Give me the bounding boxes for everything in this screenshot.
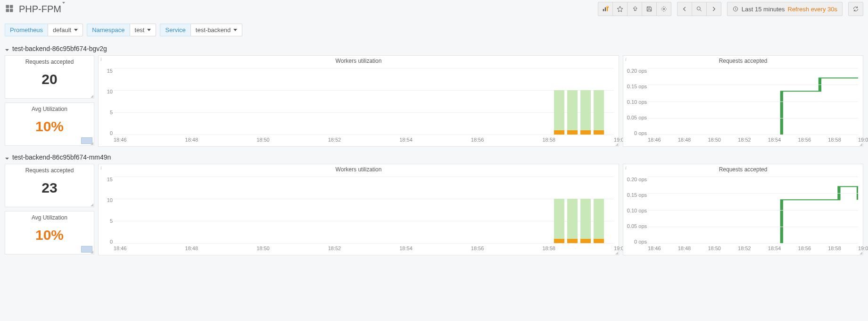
x-axis: 18:4618:4818:5018:5218:5418:5618:5819:00 bbox=[648, 244, 858, 251]
dashboard-title[interactable]: PHP-FPM bbox=[19, 4, 65, 15]
panel-title: Requests accepted bbox=[623, 164, 863, 174]
time-back-button[interactable] bbox=[677, 2, 692, 16]
workers-plot bbox=[114, 68, 614, 135]
svg-rect-0 bbox=[6, 5, 9, 8]
svg-point-11 bbox=[697, 7, 700, 10]
caret-down-icon bbox=[147, 29, 151, 31]
avg-utilization-stat-panel[interactable]: Avg Utilization 10% bbox=[5, 211, 94, 254]
dashboard-menu-icon[interactable] bbox=[5, 4, 14, 15]
requests-accepted-value: 20 bbox=[41, 71, 57, 87]
zoom-out-button[interactable] bbox=[692, 2, 707, 16]
resize-handle-icon[interactable] bbox=[91, 251, 93, 253]
requests-plot bbox=[648, 177, 858, 244]
dashboard-header: PHP-FPM Last 15 minutes Refresh every 30… bbox=[0, 0, 868, 21]
workers-utilization-panel[interactable]: i Workers utilization 151050 18:4618:481… bbox=[98, 55, 619, 147]
resize-handle-icon[interactable] bbox=[860, 252, 862, 254]
info-icon[interactable]: i bbox=[625, 57, 627, 62]
requests-accepted-stat-panel[interactable]: Requests accepted 23 bbox=[5, 164, 94, 207]
workers-utilization-panel[interactable]: i Workers utilization 151050 18:4618:481… bbox=[98, 164, 619, 255]
svg-rect-1 bbox=[10, 5, 13, 8]
var-service-label: Service bbox=[160, 24, 190, 36]
toolbar-group-nav bbox=[677, 2, 721, 16]
workers-plot bbox=[114, 177, 614, 244]
y-axis: 0.20 ops0.15 ops0.10 ops0.05 ops0 ops bbox=[623, 177, 647, 245]
panel-title: Workers utilization bbox=[99, 56, 619, 65]
avg-utilization-value: 10% bbox=[35, 227, 64, 243]
save-button[interactable] bbox=[642, 2, 657, 16]
requests-accepted-chart-panel[interactable]: i Requests accepted 0.20 ops0.15 ops0.10… bbox=[623, 164, 863, 255]
info-icon[interactable]: i bbox=[100, 165, 102, 170]
y-axis: 0.20 ops0.15 ops0.10 ops0.05 ops0 ops bbox=[623, 68, 647, 136]
resize-handle-icon[interactable] bbox=[91, 95, 93, 98]
share-button[interactable] bbox=[627, 2, 642, 16]
panel-row: Requests accepted 20 Avg Utilization 10%… bbox=[0, 55, 868, 151]
add-panel-button[interactable] bbox=[598, 2, 613, 16]
requests-plot bbox=[648, 68, 858, 135]
resize-handle-icon[interactable] bbox=[91, 142, 93, 145]
panel-title: Requests accepted bbox=[5, 165, 94, 175]
var-prometheus-value-text: default bbox=[53, 26, 71, 34]
requests-accepted-value: 23 bbox=[41, 180, 57, 196]
svg-rect-8 bbox=[607, 6, 608, 7]
var-namespace[interactable]: Namespace test bbox=[87, 24, 156, 36]
svg-rect-9 bbox=[607, 7, 608, 7]
var-namespace-value[interactable]: test bbox=[130, 24, 157, 36]
y-axis: 151050 bbox=[99, 68, 113, 136]
row-title: test-backend-86c95bf674-mm49n bbox=[12, 153, 111, 161]
refresh-interval-label: Refresh every 30s bbox=[788, 6, 838, 13]
panel-title: Avg Utilization bbox=[5, 104, 94, 113]
var-namespace-value-text: test bbox=[135, 26, 145, 34]
caret-down-icon bbox=[233, 29, 237, 31]
star-button[interactable] bbox=[612, 2, 628, 16]
var-prometheus-label: Prometheus bbox=[5, 24, 48, 36]
time-range-label: Last 15 minutes bbox=[742, 6, 785, 13]
svg-rect-3 bbox=[10, 8, 13, 12]
panel-row: Requests accepted 23 Avg Utilization 10%… bbox=[0, 164, 868, 259]
requests-accepted-stat-panel[interactable]: Requests accepted 20 bbox=[5, 55, 94, 99]
var-service-value-text: test-backend bbox=[196, 26, 231, 34]
avg-utilization-value: 10% bbox=[35, 118, 64, 135]
svg-rect-2 bbox=[6, 8, 9, 12]
y-axis: 151050 bbox=[99, 177, 113, 245]
requests-accepted-chart-panel[interactable]: i Requests accepted 0.20 ops0.15 ops0.10… bbox=[623, 55, 863, 147]
settings-button[interactable] bbox=[656, 2, 671, 16]
time-forward-button[interactable] bbox=[706, 2, 721, 16]
chevron-down-icon bbox=[5, 155, 9, 160]
svg-rect-5 bbox=[605, 8, 606, 11]
resize-handle-icon[interactable] bbox=[91, 203, 93, 206]
panel-title: Workers utilization bbox=[99, 164, 619, 174]
var-namespace-label: Namespace bbox=[87, 24, 129, 36]
var-prometheus-value[interactable]: default bbox=[48, 24, 83, 36]
panel-title: Requests accepted bbox=[623, 56, 863, 65]
dashboard-title-text: PHP-FPM bbox=[19, 4, 61, 14]
caret-down-icon bbox=[74, 29, 78, 31]
avg-utilization-stat-panel[interactable]: Avg Utilization 10% bbox=[5, 102, 94, 146]
row-header[interactable]: test-backend-86c95bf674-mm49n bbox=[0, 151, 868, 164]
svg-point-10 bbox=[663, 8, 665, 10]
toolbar-group-left bbox=[598, 2, 671, 16]
info-icon[interactable]: i bbox=[625, 165, 627, 170]
x-axis: 18:4618:4818:5018:5218:5418:5618:5819:00 bbox=[114, 135, 614, 143]
time-range-button[interactable]: Last 15 minutes Refresh every 30s bbox=[727, 2, 843, 16]
panel-title: Avg Utilization bbox=[5, 212, 94, 222]
var-service[interactable]: Service test-backend bbox=[160, 24, 242, 36]
var-service-value[interactable]: test-backend bbox=[190, 24, 242, 36]
svg-rect-4 bbox=[603, 9, 603, 11]
x-axis: 18:4618:4818:5018:5218:5418:5618:5819:00 bbox=[114, 244, 614, 251]
panel-title: Requests accepted bbox=[5, 57, 94, 66]
resize-handle-icon[interactable] bbox=[615, 252, 618, 254]
refresh-button[interactable] bbox=[848, 2, 863, 16]
template-var-row: Prometheus default Namespace test Servic… bbox=[0, 21, 868, 42]
var-prometheus[interactable]: Prometheus default bbox=[5, 24, 83, 36]
info-icon[interactable]: i bbox=[100, 57, 102, 62]
row-title: test-backend-86c95bf674-bgv2g bbox=[12, 45, 107, 52]
chevron-down-icon bbox=[5, 46, 9, 51]
caret-down-icon bbox=[62, 2, 65, 14]
resize-handle-icon[interactable] bbox=[615, 143, 618, 146]
x-axis: 18:4618:4818:5018:5218:5418:5618:5819:00 bbox=[648, 135, 858, 143]
resize-handle-icon[interactable] bbox=[860, 143, 862, 146]
row-header[interactable]: test-backend-86c95bf674-bgv2g bbox=[0, 42, 868, 55]
